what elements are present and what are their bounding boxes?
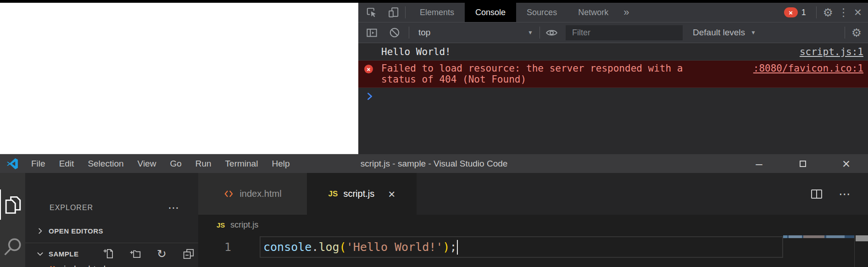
vscode-window: File Edit Selection View Go Run Terminal… [0, 154, 868, 267]
console-log-source-link[interactable]: script.js:1 [800, 46, 863, 57]
console-toolbar: top ▼ Default levels ▼ ⚙ [358, 22, 868, 43]
menu-file[interactable]: File [24, 154, 52, 173]
log-levels-value: Default levels [693, 28, 745, 38]
collapse-folders-icon[interactable] [183, 248, 195, 260]
breadcrumb[interactable]: JS script.js [198, 215, 868, 235]
console-log-text: Hello World! [381, 46, 451, 57]
tab-label: index.html [239, 189, 281, 199]
console-sidebar-icon[interactable] [364, 25, 379, 40]
frame-context-select[interactable]: top ▼ [418, 28, 533, 38]
chevron-down-icon: ▼ [528, 30, 533, 35]
editor-zone: index.html JS script.js × ⋯ JS script.js [198, 173, 868, 267]
code-line-1: console.log('Hello World!'); [263, 235, 458, 259]
editor-actions: ⋯ [811, 173, 868, 215]
menu-view[interactable]: View [131, 154, 163, 173]
frame-context-value: top [418, 28, 430, 38]
error-count: 1 [801, 8, 806, 17]
devtools-tab-sources[interactable]: Sources [516, 3, 568, 22]
devtools-close-icon[interactable]: × [851, 6, 868, 19]
devtools-tabbar: Elements Console Sources Network » × 1 ⚙… [358, 3, 868, 22]
explorer-header: EXPLORER ⋯ [25, 200, 198, 216]
folder-name-label: SAMPLE [49, 250, 79, 258]
explorer-actions: ↻ [103, 248, 195, 260]
more-tabs-icon[interactable]: » [619, 7, 634, 17]
divider [25, 243, 198, 243]
minimap[interactable] [783, 235, 855, 238]
active-view-indicator [0, 189, 1, 220]
scrollbar-thumb[interactable] [856, 235, 868, 241]
console-prompt-row[interactable] [358, 88, 868, 101]
html-file-icon [47, 264, 58, 267]
console-prompt-icon [365, 91, 868, 101]
menu-edit[interactable]: Edit [52, 154, 81, 173]
breadcrumb-file: script.js [230, 220, 258, 230]
console-filter-input[interactable] [566, 25, 683, 40]
explorer-title: EXPLORER [50, 204, 93, 212]
divider [409, 27, 409, 39]
badge-x-icon: × [789, 9, 793, 16]
file-item-label: index.html [64, 264, 106, 267]
js-file-icon: JS [328, 189, 338, 199]
open-editors-label: OPEN EDITORS [49, 227, 103, 235]
menu-selection[interactable]: Selection [81, 154, 130, 173]
editor-tabbar: index.html JS script.js × ⋯ [198, 173, 868, 215]
devtools-tab-elements[interactable]: Elements [409, 3, 465, 22]
window-controls: – × [737, 154, 868, 173]
maximize-icon [800, 161, 806, 167]
html-file-icon [223, 189, 234, 199]
console-error-source-link[interactable]: :8080/favicon.ico:1 [753, 63, 863, 74]
vscode-titlebar: File Edit Selection View Go Run Terminal… [0, 154, 868, 173]
error-icon: × [364, 65, 373, 73]
new-file-icon[interactable] [103, 248, 115, 260]
js-file-icon: JS [217, 221, 225, 229]
console-settings-icon[interactable]: ⚙ [849, 25, 864, 40]
tab-close-icon[interactable]: × [388, 188, 395, 200]
devtools-tab-console[interactable]: Console [465, 3, 516, 22]
refresh-icon[interactable]: ↻ [156, 248, 168, 260]
editor-more-actions-icon[interactable]: ⋯ [839, 188, 851, 200]
live-expression-eye-icon[interactable] [544, 25, 559, 40]
inspect-element-icon[interactable] [364, 5, 379, 20]
explorer-files-icon[interactable] [2, 194, 23, 215]
minimap-separator [854, 235, 855, 267]
chevron-down-icon: ▼ [751, 30, 756, 35]
explorer-more-actions-icon[interactable]: ⋯ [168, 202, 180, 213]
code-editor[interactable]: 1 console.log('Hello World!'); [198, 235, 868, 267]
menu-go[interactable]: Go [163, 154, 188, 173]
menu-terminal[interactable]: Terminal [218, 154, 265, 173]
devtools-menu-icon[interactable]: ⋮ [836, 5, 851, 20]
menu-help[interactable]: Help [265, 154, 296, 173]
tab-label: script.js [343, 189, 374, 199]
divider [816, 6, 817, 18]
folder-section[interactable]: SAMPLE ↻ [25, 245, 198, 263]
tab-index-html[interactable]: index.html [198, 173, 307, 215]
console-messages: Hello World! script.js:1 × Failed to loa… [358, 43, 868, 154]
search-icon[interactable] [2, 236, 23, 257]
devtools-settings-icon[interactable]: ⚙ [820, 5, 836, 20]
device-toolbar-icon[interactable] [386, 5, 401, 20]
maximize-button[interactable] [781, 154, 824, 173]
explorer-sidebar: EXPLORER ⋯ OPEN EDITORS SAMPLE [25, 173, 198, 267]
console-error-text: Failed to load resource: the server resp… [381, 63, 707, 85]
tab-script-js[interactable]: JS script.js × [307, 173, 417, 215]
file-item-index-html[interactable]: index.html [25, 261, 198, 267]
chevron-down-icon [36, 250, 44, 258]
vscode-menubar: File Edit Selection View Go Run Terminal… [24, 154, 297, 173]
new-folder-icon[interactable] [129, 248, 141, 260]
text-cursor [457, 240, 458, 255]
chevron-right-icon [36, 227, 44, 235]
line-number: 1 [224, 235, 231, 259]
devtools-panel: Elements Console Sources Network » × 1 ⚙… [358, 3, 868, 154]
devtools-tab-network[interactable]: Network [568, 3, 619, 22]
log-levels-select[interactable]: Default levels ▼ [693, 28, 756, 38]
clear-console-icon[interactable] [387, 25, 402, 40]
activity-bar [0, 173, 25, 267]
menu-run[interactable]: Run [189, 154, 218, 173]
console-log-row: Hello World! script.js:1 [358, 43, 868, 61]
error-count-badge[interactable]: × [784, 7, 798, 17]
minimize-button[interactable]: – [737, 154, 781, 173]
open-editors-section[interactable]: OPEN EDITORS [25, 222, 198, 239]
close-button[interactable]: × [824, 154, 868, 173]
console-error-row: × Failed to load resource: the server re… [358, 61, 868, 88]
split-editor-icon[interactable] [811, 189, 822, 199]
